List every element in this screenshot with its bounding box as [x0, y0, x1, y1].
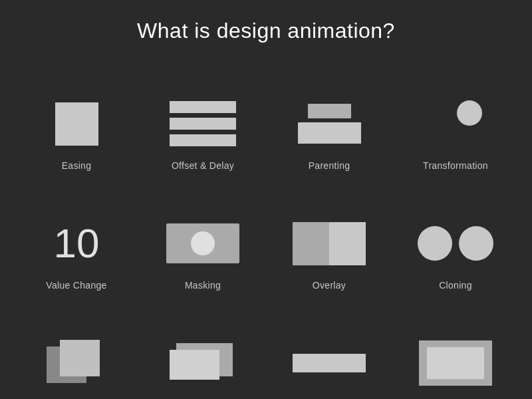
icon-obscuration	[33, 333, 120, 393]
label-easing: Easing	[62, 160, 92, 171]
icon-dimensionality	[286, 333, 372, 393]
cell-parallax[interactable]: Parallax	[143, 303, 263, 399]
icon-offset-delay	[160, 94, 246, 154]
cell-overlay[interactable]: Overlay	[269, 183, 389, 296]
label-parenting: Parenting	[309, 160, 350, 171]
icon-parallax	[160, 333, 246, 393]
cell-cloning[interactable]: Cloning	[396, 183, 515, 296]
label-value-change: Value Change	[46, 280, 106, 291]
icon-parenting	[286, 94, 372, 154]
cell-offset[interactable]: Offset & Delay	[143, 63, 263, 176]
cell-easing[interactable]: Easing	[17, 63, 136, 176]
page-title: What is design animation?	[137, 19, 395, 43]
label-overlay: Overlay	[313, 280, 346, 291]
label-cloning: Cloning	[439, 280, 472, 291]
animation-grid: Easing Offset & Delay Parenting	[17, 63, 515, 399]
icon-masking	[160, 213, 246, 273]
label-offset: Offset & Delay	[172, 160, 234, 171]
icon-transformation	[412, 94, 499, 154]
cell-parenting[interactable]: Parenting	[269, 63, 389, 176]
label-transformation: Transformation	[423, 160, 488, 171]
icon-cloning	[412, 213, 499, 273]
cell-dolly-zoom[interactable]: Dolly & Zoom	[396, 303, 515, 399]
cell-masking[interactable]: Masking	[143, 183, 263, 296]
icon-value-change: 10	[33, 213, 120, 273]
label-masking: Masking	[185, 280, 221, 291]
icon-easing	[33, 94, 120, 154]
cell-value-change[interactable]: 10 Value Change	[17, 183, 136, 296]
cell-dimensionality[interactable]: Dimensionality	[269, 303, 389, 399]
cell-obscuration[interactable]: Obscuration	[17, 303, 136, 399]
icon-dolly-zoom	[412, 333, 499, 393]
icon-overlay	[286, 213, 372, 273]
cell-transformation[interactable]: Transformation	[396, 63, 515, 176]
